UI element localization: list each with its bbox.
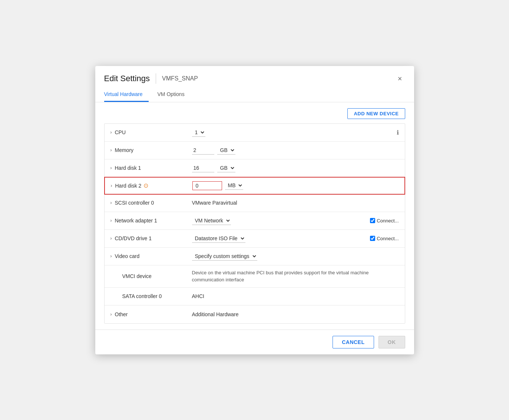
table-row: › Other Additional Hardware [105, 305, 405, 323]
cd-dvd-connect-label: Connect... [377, 236, 399, 241]
cd-dvd-label: › CD/DVD drive 1 [110, 235, 192, 241]
toolbar: ADD NEW DEVICE [104, 108, 405, 119]
vmci-label: VMCI device [110, 273, 192, 279]
ok-button[interactable]: OK [379, 336, 405, 348]
sata-value-text: AHCI [192, 293, 204, 299]
vmci-value: Device on the virtual machine PCI bus th… [192, 269, 399, 284]
table-row: SATA controller 0 AHCI [105, 288, 405, 305]
close-button[interactable]: × [395, 73, 405, 84]
table-row: VMCI device Device on the virtual machin… [105, 265, 405, 288]
memory-label-text: Memory [115, 147, 134, 153]
cd-dvd-connect-checkbox[interactable] [370, 236, 375, 241]
title-divider [156, 73, 156, 84]
video-card-expand-icon[interactable]: › [110, 254, 112, 259]
hardware-table: › CPU 1248 ℹ › Memory [104, 123, 405, 324]
memory-expand-icon[interactable]: › [110, 148, 112, 153]
hard-disk-2-warning-icon: ⊙ [143, 182, 148, 189]
hard-disk-1-input[interactable] [192, 164, 214, 172]
video-card-label: › Video card [110, 253, 192, 259]
cd-dvd-connect-area: Connect... [370, 236, 399, 241]
scsi-value-text: VMware Paravirtual [192, 200, 237, 206]
hard-disk-1-label: › Hard disk 1 [110, 165, 192, 171]
network-adapter-label-text: Network adapter 1 [115, 218, 157, 224]
cpu-label-text: CPU [115, 129, 126, 135]
table-row: › SCSI controller 0 VMware Paravirtual [105, 194, 405, 212]
table-row: › Memory GBMB [105, 142, 405, 159]
cpu-value: 1248 [192, 128, 397, 137]
hard-disk-2-value: MBGBTB [192, 181, 399, 190]
cd-dvd-expand-icon[interactable]: › [110, 236, 112, 241]
network-connect-label: Connect... [377, 218, 399, 224]
cpu-select[interactable]: 1248 [192, 128, 205, 137]
dialog-header: Edit Settings VMFS_SNAP × [95, 66, 414, 84]
scsi-label-text: SCSI controller 0 [115, 200, 154, 206]
network-adapter-label: › Network adapter 1 [110, 218, 192, 224]
other-label-text: Other [115, 311, 128, 317]
scsi-label: › SCSI controller 0 [110, 200, 192, 206]
tab-vm-options[interactable]: VM Options [158, 87, 191, 102]
tab-virtual-hardware[interactable]: Virtual Hardware [104, 87, 149, 102]
hard-disk-2-input[interactable] [192, 181, 222, 190]
table-row: › CPU 1248 ℹ [105, 124, 405, 142]
sata-label-text: SATA controller 0 [122, 293, 162, 299]
table-row: › Hard disk 2 ⊙ MBGBTB [104, 177, 405, 195]
cd-dvd-select[interactable]: Datastore ISO File Client Device Host De… [192, 234, 245, 243]
cpu-expand-icon[interactable]: › [110, 130, 112, 135]
network-connect-checkbox-area: Connect... [370, 218, 399, 224]
cpu-info: ℹ [397, 129, 399, 136]
vmci-description-text: Device on the virtual machine PCI bus th… [192, 269, 399, 284]
dialog-body: ADD NEW DEVICE › CPU 1248 ℹ [95, 102, 414, 330]
network-expand-icon[interactable]: › [110, 218, 112, 223]
hard-disk-2-label: › Hard disk 2 ⊙ [111, 182, 192, 189]
memory-unit-select[interactable]: GBMB [217, 146, 235, 155]
dialog-subtitle: VMFS_SNAP [162, 75, 198, 82]
hard-disk-1-value: GBMBTB [192, 164, 399, 172]
scsi-expand-icon[interactable]: › [110, 200, 112, 205]
memory-input[interactable] [192, 146, 214, 155]
video-card-select[interactable]: Specify custom settings Auto-detect sett… [192, 252, 257, 261]
table-row: › Network adapter 1 VM Network Connect..… [105, 212, 405, 230]
dialog-title-area: Edit Settings VMFS_SNAP [104, 73, 198, 84]
network-adapter-value: VM Network [192, 216, 370, 225]
edit-settings-dialog: Edit Settings VMFS_SNAP × Virtual Hardwa… [95, 66, 414, 354]
cpu-info-icon[interactable]: ℹ [397, 129, 399, 136]
sata-label: SATA controller 0 [110, 293, 192, 299]
hard-disk-2-unit-select[interactable]: MBGBTB [225, 181, 243, 190]
memory-label: › Memory [110, 147, 192, 153]
cancel-button[interactable]: CANCEL [333, 336, 374, 348]
network-adapter-select[interactable]: VM Network [192, 216, 231, 225]
other-value: Additional Hardware [192, 311, 399, 317]
video-card-value: Specify custom settings Auto-detect sett… [192, 252, 399, 261]
dialog-title: Edit Settings [104, 74, 150, 83]
video-card-label-text: Video card [115, 253, 140, 259]
tab-bar: Virtual Hardware VM Options [95, 87, 414, 102]
add-new-device-button[interactable]: ADD NEW DEVICE [347, 108, 405, 119]
cd-dvd-label-text: CD/DVD drive 1 [115, 235, 152, 241]
hard-disk-1-unit-select[interactable]: GBMBTB [217, 164, 235, 172]
network-connect-area: Connect... [370, 218, 399, 224]
hard-disk-1-expand-icon[interactable]: › [110, 165, 112, 171]
sata-value: AHCI [192, 293, 399, 299]
scsi-value: VMware Paravirtual [192, 200, 399, 206]
dialog-footer: CANCEL OK [95, 330, 414, 354]
vmci-label-text: VMCI device [122, 273, 152, 279]
table-row: › Video card Specify custom settings Aut… [105, 248, 405, 265]
memory-value: GBMB [192, 146, 399, 155]
other-label: › Other [110, 311, 192, 317]
other-value-text: Additional Hardware [192, 311, 239, 317]
table-row: › Hard disk 1 GBMBTB [105, 159, 405, 177]
cd-dvd-value: Datastore ISO File Client Device Host De… [192, 234, 370, 243]
cpu-label: › CPU [110, 129, 192, 135]
network-connect-checkbox[interactable] [370, 218, 375, 223]
hard-disk-2-expand-icon[interactable]: › [111, 183, 112, 188]
other-expand-icon[interactable]: › [110, 312, 112, 317]
hard-disk-2-label-text: Hard disk 2 [115, 183, 142, 189]
hard-disk-1-label-text: Hard disk 1 [115, 165, 141, 171]
table-row: › CD/DVD drive 1 Datastore ISO File Clie… [105, 230, 405, 248]
cd-dvd-connect-checkbox-area: Connect... [370, 236, 399, 241]
